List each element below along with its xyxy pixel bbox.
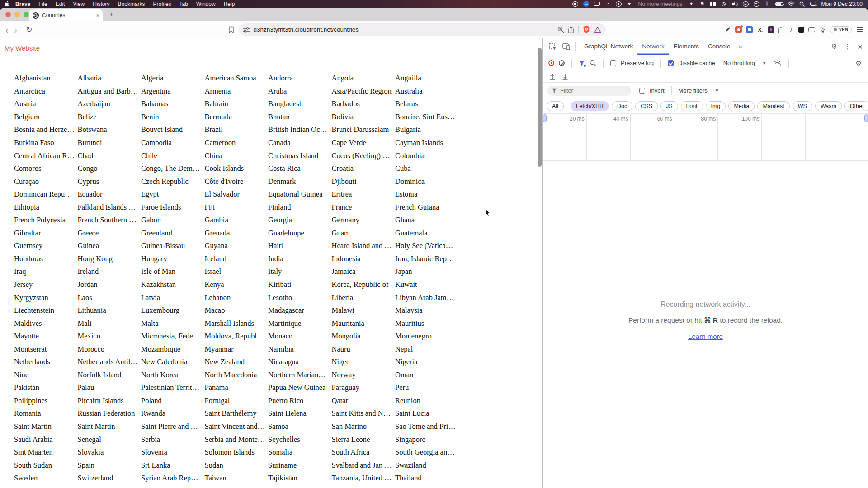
filter-toggle-icon[interactable] (579, 60, 585, 66)
apple-menu-icon[interactable] (5, 1, 9, 7)
purple-extension-icon[interactable] (768, 26, 774, 33)
disable-cache-checkbox[interactable] (668, 60, 674, 66)
pin-icon[interactable]: ⚑ (699, 1, 705, 7)
url-input[interactable] (253, 26, 554, 33)
preserve-log-checkbox[interactable] (610, 60, 616, 66)
timer-icon[interactable]: ◷ (721, 1, 727, 7)
devtools-kebab-menu-icon[interactable]: ⋮ (844, 42, 851, 51)
spotlight-search-icon[interactable] (799, 1, 805, 7)
new-tab-button[interactable]: + (109, 9, 114, 19)
battery-icon[interactable] (775, 2, 783, 6)
request-type-chip[interactable]: Manifest (757, 101, 789, 111)
menubar-menu-item[interactable]: Brave (11, 1, 34, 7)
call-app-icon[interactable] (616, 1, 622, 7)
more-filters-caret-icon[interactable]: ▼ (715, 88, 719, 93)
network-settings-gear-icon[interactable]: ⚙ (856, 59, 868, 67)
zoom-page-icon[interactable] (557, 26, 564, 33)
request-type-chip[interactable]: Img (706, 101, 726, 111)
menubar-menu-item[interactable]: Edit (52, 1, 69, 7)
devtools-close-icon[interactable]: × (858, 42, 863, 51)
fullscreen-window-button[interactable] (24, 12, 29, 17)
red-extension-icon[interactable] (735, 26, 742, 33)
browser-tab-countries[interactable]: Countries × (29, 9, 103, 21)
clock-app-icon[interactable]: ◔ (605, 1, 611, 7)
clear-network-log-button[interactable] (559, 60, 565, 66)
overview-left-handle[interactable] (543, 114, 547, 122)
request-type-chip[interactable]: Media (728, 101, 755, 111)
card-extension-icon[interactable] (808, 27, 815, 32)
more-tabs-icon[interactable]: » (735, 38, 746, 55)
request-type-chip[interactable]: Other (844, 101, 868, 111)
request-type-chip[interactable]: Wasm (815, 101, 842, 111)
share-icon[interactable] (568, 26, 574, 33)
export-har-icon[interactable] (562, 73, 568, 80)
bluetooth-icon[interactable]: ᛒ (764, 1, 770, 7)
menubar-menu-item[interactable]: Bookmarks (114, 1, 149, 7)
screen-record-icon[interactable] (572, 1, 578, 7)
devtools-tab[interactable]: Console (703, 38, 735, 55)
keyboard-icon[interactable] (594, 2, 600, 6)
brave-shield-icon[interactable] (583, 26, 590, 33)
menubar-menu-item[interactable]: File (34, 1, 51, 7)
network-conditions-icon[interactable] (774, 60, 782, 66)
devtools-tab[interactable]: Elements (669, 38, 703, 55)
forward-button[interactable]: › (11, 25, 20, 34)
menubar-menu-item[interactable]: Profiles (149, 1, 175, 7)
vpn-button[interactable]: VPN (830, 26, 852, 33)
music-note-extension-icon[interactable]: ♪ (788, 26, 794, 33)
menubar-menu-item[interactable]: View (69, 1, 89, 7)
bookmark-icon[interactable] (228, 26, 234, 33)
heart-icon[interactable]: ♥ (627, 1, 632, 7)
learn-more-link[interactable]: Learn more (688, 333, 723, 340)
throttling-select[interactable]: No throttling (723, 60, 755, 66)
user-circle-icon[interactable] (754, 1, 760, 7)
back-button[interactable]: ‹ (3, 25, 11, 34)
devtools-tab[interactable]: GraphQL Network (580, 38, 637, 55)
reload-button[interactable]: ↻ (24, 26, 35, 33)
devtools-tab[interactable]: Network (637, 38, 669, 55)
meetings-status[interactable]: No more meetings (638, 1, 683, 7)
window-tiles-icon[interactable] (710, 1, 716, 7)
menubar-menu-item[interactable]: Help (220, 1, 239, 7)
play-circle-icon[interactable]: ▶ (743, 1, 749, 7)
blue-extension-icon[interactable] (746, 26, 753, 33)
preserve-log-label[interactable]: Preserve log (621, 60, 654, 66)
record-network-log-button[interactable] (548, 60, 554, 66)
filter-input-pill[interactable] (547, 86, 631, 96)
device-toolbar-icon[interactable] (560, 43, 573, 50)
menubar-menu-item[interactable]: Tab (175, 1, 192, 7)
invert-label[interactable]: Invert (650, 87, 665, 94)
overview-right-handle[interactable] (864, 114, 868, 122)
request-type-chip[interactable]: JS (660, 101, 678, 111)
tab-close-icon[interactable]: × (96, 13, 99, 19)
request-type-chip[interactable]: Fetch/XHR (571, 101, 609, 111)
control-center-icon[interactable] (810, 2, 816, 6)
disable-cache-label[interactable]: Disable cache (678, 60, 715, 66)
browser-menu-icon[interactable] (856, 26, 863, 33)
request-type-chip[interactable]: CSS (635, 101, 658, 111)
page-scrollbar-thumb[interactable] (538, 48, 542, 167)
brave-rewards-triangle-icon[interactable] (594, 26, 601, 33)
zoom-app-icon[interactable]: zm (583, 1, 589, 7)
more-filters-button[interactable]: More filters (679, 87, 708, 94)
request-type-chip[interactable]: WS (793, 101, 812, 111)
devtools-settings-gear-icon[interactable]: ⚙ (831, 42, 837, 51)
ghost-extension-icon[interactable] (778, 27, 783, 33)
spark-icon[interactable]: ✦ (689, 1, 694, 7)
menubar-clock[interactable]: Mon 9 Dec 23:00 (821, 1, 863, 7)
request-type-chip[interactable]: All (547, 101, 564, 111)
speaker-icon[interactable] (732, 1, 738, 7)
x-dot-extension-icon[interactable]: X. (757, 26, 764, 33)
request-type-chip[interactable]: Doc (612, 101, 632, 111)
close-window-button[interactable] (5, 12, 11, 17)
black-square-extension-icon[interactable] (798, 27, 804, 33)
menubar-menu-item[interactable]: History (89, 1, 113, 7)
cursor-extension-icon[interactable] (819, 26, 826, 33)
minimize-window-button[interactable] (14, 12, 20, 17)
pen-extension-icon[interactable] (724, 26, 731, 33)
import-har-icon[interactable] (549, 73, 556, 80)
site-settings-tune-icon[interactable] (243, 27, 250, 33)
request-type-chip[interactable]: Font (681, 101, 703, 111)
network-search-icon[interactable] (590, 60, 596, 66)
menubar-menu-item[interactable]: Window (192, 1, 220, 7)
